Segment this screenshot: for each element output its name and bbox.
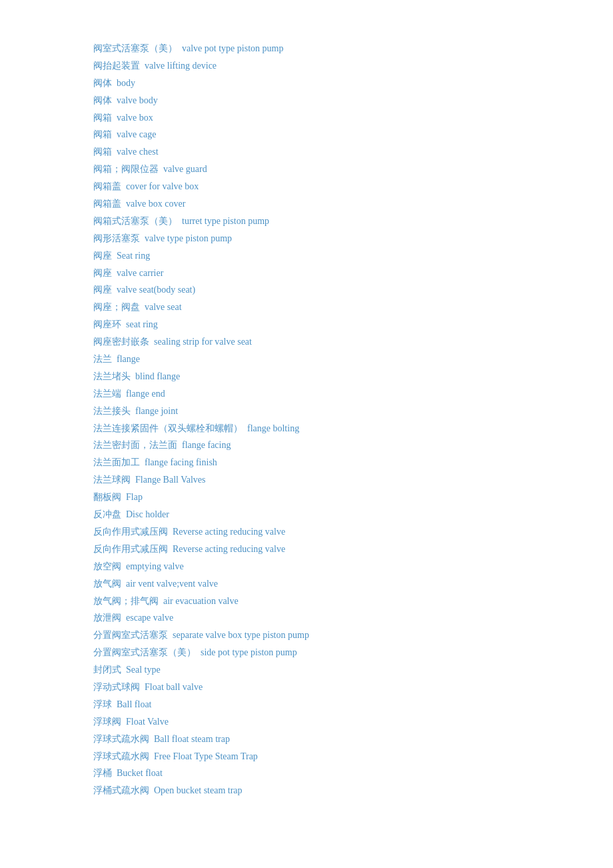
- list-item: 阀箱；阀限位器 valve guard: [93, 161, 520, 178]
- list-item: 分置阀室式活塞泵 separate valve box type piston …: [93, 627, 520, 644]
- list-item: 法兰球阀 Flange Ball Valves: [93, 471, 520, 489]
- list-item: 阀箱式活塞泵（美） turret type piston pump: [93, 213, 520, 230]
- list-item: 分置阀室式活塞泵（美） side pot type piston pump: [93, 644, 520, 661]
- list-item: 封闭式 Seal type: [93, 661, 520, 679]
- list-item: 法兰连接紧固件（双头螺栓和螺帽） flange bolting: [93, 420, 520, 437]
- list-item: 浮球式疏水阀 Free Float Type Steam Trap: [93, 748, 520, 765]
- list-item: 阀体 body: [93, 75, 520, 92]
- list-item: 阀形活塞泵 valve type piston pump: [93, 230, 520, 247]
- list-item: 法兰接头 flange joint: [93, 403, 520, 420]
- list-item: 反向作用式减压阀 Reverse acting reducing valve: [93, 523, 520, 541]
- list-item: 阀箱 valve cage: [93, 126, 520, 143]
- list-item: 阀箱盖 cover for valve box: [93, 178, 520, 195]
- list-item: 法兰端 flange end: [93, 385, 520, 403]
- list-item: 阀座；阀盘 valve seat: [93, 299, 520, 316]
- entry-list: 阀室式活塞泵（美） valve pot type piston pump阀抬起装…: [93, 40, 520, 799]
- list-item: 阀座密封嵌条 sealing strip for valve seat: [93, 333, 520, 351]
- list-item: 反向作用式减压阀 Reverse acting reducing valve: [93, 541, 520, 558]
- list-item: 法兰密封面，法兰面 flange facing: [93, 437, 520, 454]
- list-item: 阀抬起装置 valve lifting device: [93, 57, 520, 75]
- list-item: 阀体 valve body: [93, 92, 520, 109]
- list-item: 阀箱 valve chest: [93, 143, 520, 161]
- list-item: 翻板阀 Flap: [93, 489, 520, 506]
- list-item: 反冲盘 Disc holder: [93, 506, 520, 523]
- list-item: 阀室式活塞泵（美） valve pot type piston pump: [93, 40, 520, 57]
- list-item: 法兰 flange: [93, 351, 520, 368]
- list-item: 浮球 Ball float: [93, 696, 520, 713]
- list-item: 法兰堵头 blind flange: [93, 368, 520, 385]
- list-item: 放气阀 air vent valve;vent valve: [93, 575, 520, 593]
- list-item: 阀座 Seat ring: [93, 247, 520, 265]
- list-item: 法兰面加工 flange facing finish: [93, 454, 520, 471]
- list-item: 放泄阀 escape valve: [93, 609, 520, 627]
- list-item: 放空阀 emptying valve: [93, 558, 520, 575]
- list-item: 放气阀；排气阀 air evacuation valve: [93, 593, 520, 610]
- list-item: 阀座环 seat ring: [93, 316, 520, 333]
- list-item: 浮桶式疏水阀 Open bucket steam trap: [93, 782, 520, 799]
- list-item: 阀座 valve carrier: [93, 265, 520, 282]
- list-item: 浮球式疏水阀 Ball float steam trap: [93, 731, 520, 748]
- list-item: 浮球阀 Float Valve: [93, 713, 520, 731]
- list-item: 浮桶 Bucket float: [93, 765, 520, 782]
- list-item: 浮动式球阀 Float ball valve: [93, 679, 520, 696]
- list-item: 阀箱 valve box: [93, 109, 520, 127]
- list-item: 阀箱盖 valve box cover: [93, 195, 520, 213]
- list-item: 阀座 valve seat(body seat): [93, 281, 520, 299]
